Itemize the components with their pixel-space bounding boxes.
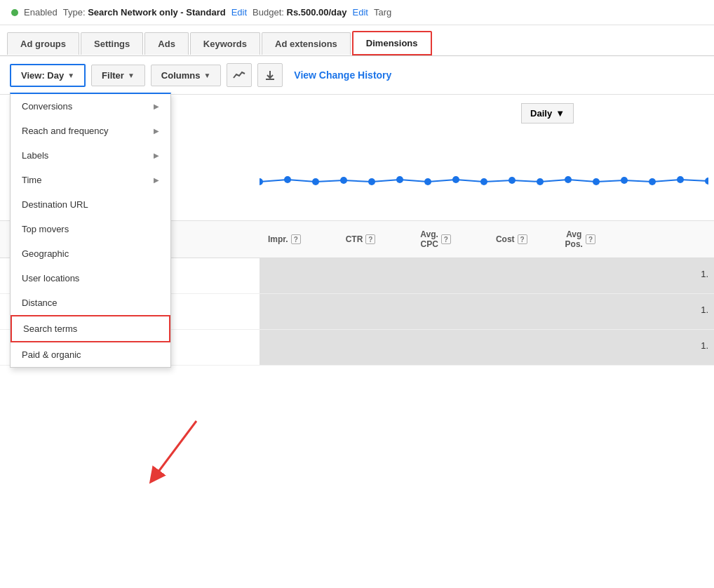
- view-day-button[interactable]: View: Day ▼: [10, 64, 86, 87]
- reach-frequency-arrow: ▶: [154, 127, 159, 135]
- row3-number: 1.: [701, 340, 708, 351]
- row2-data: [260, 294, 714, 329]
- svg-point-3: [312, 178, 319, 185]
- daily-arrow: ▼: [555, 108, 565, 119]
- chart-icon-button[interactable]: [227, 63, 252, 87]
- targ-label: Targ: [374, 7, 391, 18]
- svg-point-4: [340, 177, 347, 184]
- menu-item-paid-organic[interactable]: Paid & organic: [11, 342, 170, 367]
- svg-point-7: [424, 178, 431, 185]
- th-avg-pos: AvgPos. ?: [557, 225, 604, 253]
- svg-point-12: [565, 176, 572, 183]
- menu-item-reach-frequency[interactable]: Reach and frequency ▶: [11, 119, 170, 143]
- tab-ad-extensions[interactable]: Ad extensions: [262, 32, 351, 55]
- menu-item-top-movers[interactable]: Top movers: [11, 217, 170, 241]
- svg-point-14: [621, 177, 628, 184]
- menu-item-destination-url[interactable]: Destination URL: [11, 192, 170, 217]
- th-ctr: CTR ?: [337, 230, 384, 248]
- svg-point-5: [368, 178, 375, 185]
- enabled-label: Enabled: [24, 7, 58, 18]
- tab-ads[interactable]: Ads: [144, 32, 189, 55]
- th-impr: Impr. ?: [260, 230, 309, 248]
- svg-point-13: [593, 178, 600, 185]
- download-icon-button[interactable]: [257, 63, 283, 87]
- svg-point-9: [480, 178, 487, 185]
- download-icon: [264, 69, 276, 81]
- filter-arrow: ▼: [128, 72, 135, 79]
- arrow-annotation: [126, 414, 210, 498]
- svg-point-1: [260, 178, 263, 185]
- cost-help-icon[interactable]: ?: [518, 234, 527, 244]
- columns-button[interactable]: Columns ▼: [151, 65, 222, 86]
- tab-bar: Ad groups Settings Ads Keywords Ad exten…: [0, 25, 714, 56]
- menu-item-labels[interactable]: Labels ▶: [11, 143, 170, 168]
- row1-data: [260, 258, 714, 293]
- svg-point-8: [452, 176, 459, 183]
- svg-line-18: [154, 421, 196, 477]
- svg-point-10: [508, 177, 516, 184]
- menu-item-geographic[interactable]: Geographic: [11, 241, 170, 266]
- enabled-dot: [11, 9, 18, 16]
- daily-button[interactable]: Daily ▼: [521, 103, 574, 123]
- time-arrow: ▶: [154, 176, 159, 184]
- row3-data: [260, 330, 714, 365]
- tab-dimensions[interactable]: Dimensions: [352, 31, 432, 55]
- view-day-arrow: ▼: [67, 72, 74, 79]
- line-chart: [260, 164, 708, 199]
- filter-button[interactable]: Filter ▼: [91, 65, 145, 86]
- budget-label: Budget: Rs.500.00/day: [252, 7, 346, 18]
- toolbar: View: Day ▼ Filter ▼ Columns ▼ View Chan…: [0, 56, 714, 95]
- menu-item-user-locations[interactable]: User locations: [11, 266, 170, 290]
- type-label: Type: Search Network only - Standard: [63, 7, 226, 18]
- avg-cpc-help-icon[interactable]: ?: [441, 234, 451, 244]
- svg-point-17: [705, 178, 708, 185]
- svg-point-6: [396, 176, 403, 183]
- view-dropdown-menu: Conversions ▶ Reach and frequency ▶ Labe…: [10, 93, 171, 368]
- labels-arrow: ▶: [154, 152, 159, 159]
- view-change-history-link[interactable]: View Change History: [294, 69, 391, 81]
- menu-item-time[interactable]: Time ▶: [11, 168, 170, 192]
- ctr-help-icon[interactable]: ?: [365, 234, 375, 244]
- status-bar: Enabled Type: Search Network only - Stan…: [0, 0, 714, 25]
- svg-point-15: [649, 178, 656, 185]
- impr-help-icon[interactable]: ?: [291, 234, 301, 244]
- edit-budget-link[interactable]: Edit: [353, 7, 368, 18]
- row2-number: 1.: [701, 305, 708, 315]
- svg-point-16: [677, 176, 684, 183]
- edit-type-link[interactable]: Edit: [231, 7, 247, 18]
- chart-icon: [233, 69, 245, 81]
- menu-item-distance[interactable]: Distance: [11, 290, 170, 315]
- th-cost: Cost ?: [487, 230, 536, 248]
- conversions-arrow: ▶: [154, 102, 159, 110]
- th-avg-cpc: Avg.CPC ?: [412, 225, 459, 253]
- menu-item-conversions[interactable]: Conversions ▶: [11, 94, 170, 119]
- svg-point-11: [537, 178, 544, 185]
- columns-arrow: ▼: [203, 72, 210, 79]
- tab-keywords[interactable]: Keywords: [190, 32, 260, 55]
- tab-ad-groups[interactable]: Ad groups: [7, 32, 79, 55]
- tab-settings[interactable]: Settings: [81, 32, 143, 55]
- menu-item-search-terms[interactable]: Search terms: [11, 315, 170, 342]
- row1-number: 1.: [701, 269, 708, 279]
- svg-point-2: [284, 176, 291, 183]
- avg-pos-help-icon[interactable]: ?: [586, 234, 595, 244]
